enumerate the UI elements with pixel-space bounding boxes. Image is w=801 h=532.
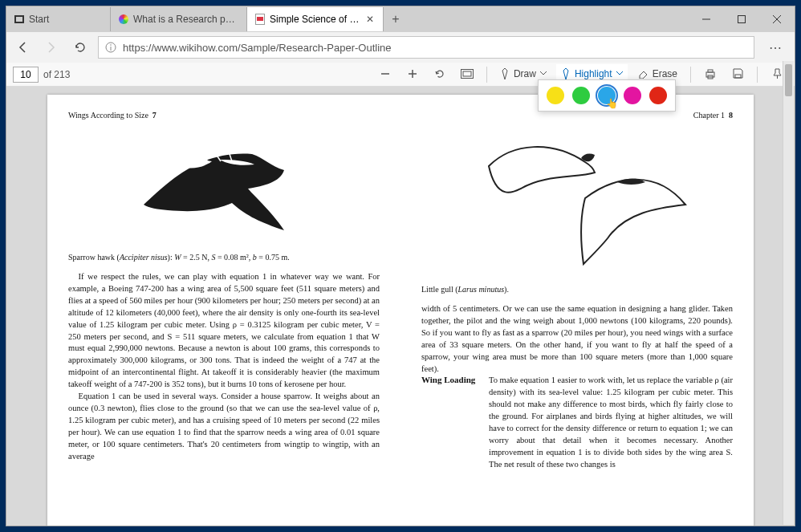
page-number-input[interactable] bbox=[13, 67, 39, 83]
section-heading: Wing Loading bbox=[421, 375, 479, 470]
svg-rect-15 bbox=[735, 75, 741, 78]
draw-label: Draw bbox=[514, 68, 536, 79]
body-right-2: To make equation 1 easier to work with, … bbox=[489, 375, 733, 470]
tab-research[interactable]: What is a Research paper? bbox=[111, 7, 247, 31]
url-box[interactable] bbox=[98, 36, 754, 59]
tab-start[interactable]: Start bbox=[6, 7, 111, 31]
back-button[interactable] bbox=[11, 36, 34, 59]
color-blue[interactable]: 👆 bbox=[598, 87, 616, 104]
maximize-button[interactable] bbox=[724, 7, 759, 31]
rotate-button[interactable] bbox=[429, 64, 451, 85]
cursor-icon: 👆 bbox=[606, 98, 618, 109]
zoom-in-button[interactable] bbox=[401, 64, 424, 85]
page-left: Wings According to Size 7 Sparrow ha bbox=[47, 95, 400, 526]
eraser-icon bbox=[637, 69, 649, 79]
document-viewer[interactable]: Wings According to Size 7 Sparrow ha bbox=[6, 87, 795, 526]
running-head-left: Wings According to Size 7 bbox=[68, 111, 380, 120]
fit-page-button[interactable] bbox=[456, 64, 478, 85]
svg-point-6 bbox=[110, 44, 112, 46]
body-left: If we respect the rules, we can play wit… bbox=[68, 271, 380, 463]
scroll-thumb[interactable] bbox=[785, 64, 792, 96]
color-red[interactable] bbox=[649, 87, 667, 104]
pen-icon bbox=[500, 68, 510, 79]
page-total: of 213 bbox=[43, 69, 70, 80]
minimize-button[interactable] bbox=[689, 7, 724, 31]
close-window-button[interactable] bbox=[759, 7, 795, 31]
caption-gull: Little gull (Larus minutus). bbox=[421, 285, 733, 294]
highlight-label: Highlight bbox=[575, 68, 612, 79]
tab-strip: Start What is a Research paper? Simple S… bbox=[6, 6, 795, 32]
color-magenta[interactable] bbox=[624, 87, 641, 104]
figure-gull bbox=[421, 126, 733, 278]
print-button[interactable] bbox=[699, 64, 722, 85]
close-icon[interactable]: ✕ bbox=[365, 14, 375, 25]
pdf-toolbar: of 213 Draw Highlight Erase bbox=[6, 63, 795, 87]
more-menu-button[interactable]: ⋯ bbox=[761, 40, 790, 55]
info-icon bbox=[105, 42, 116, 53]
running-head-right: Chapter 1 8 bbox=[421, 111, 733, 120]
tab-pdf[interactable]: Simple Science of Flight ✕ bbox=[247, 7, 384, 31]
chevron-down-icon bbox=[540, 71, 547, 75]
tab-label: What is a Research paper? bbox=[133, 14, 238, 25]
svg-rect-1 bbox=[738, 16, 746, 23]
refresh-button[interactable] bbox=[69, 36, 91, 59]
color-green[interactable] bbox=[572, 87, 590, 104]
figure-hawk bbox=[68, 126, 380, 246]
highlighter-icon bbox=[561, 68, 571, 79]
svg-rect-13 bbox=[708, 70, 713, 72]
svg-rect-11 bbox=[463, 71, 471, 76]
pdf-icon bbox=[255, 14, 265, 25]
tab-label: Simple Science of Flight bbox=[270, 14, 360, 25]
forward-button bbox=[40, 36, 63, 59]
favicon-icon bbox=[119, 14, 128, 24]
address-bar: ⋯ bbox=[6, 32, 795, 63]
new-tab-button[interactable]: + bbox=[384, 12, 408, 26]
tab-label: Start bbox=[29, 14, 102, 25]
url-input[interactable] bbox=[123, 42, 747, 54]
page-spread: Wings According to Size 7 Sparrow ha bbox=[47, 95, 754, 526]
caption-hawk: Sparrow hawk (Accipiter nisus): W = 2.5 … bbox=[68, 253, 380, 262]
erase-label: Erase bbox=[653, 68, 677, 79]
save-button[interactable] bbox=[726, 64, 749, 85]
zoom-out-button[interactable] bbox=[374, 64, 396, 85]
page-right: Chapter 1 8 Little gull (Larus minutus).… bbox=[400, 95, 754, 526]
chevron-down-icon bbox=[616, 71, 623, 75]
vertical-scrollbar[interactable] bbox=[783, 61, 794, 525]
color-yellow[interactable] bbox=[547, 87, 564, 104]
window-controls bbox=[689, 7, 795, 31]
start-icon bbox=[14, 15, 24, 23]
highlight-color-popup: 👆 bbox=[538, 79, 676, 112]
body-right-1: width of 5 centimeters. Or we can use th… bbox=[421, 303, 733, 375]
